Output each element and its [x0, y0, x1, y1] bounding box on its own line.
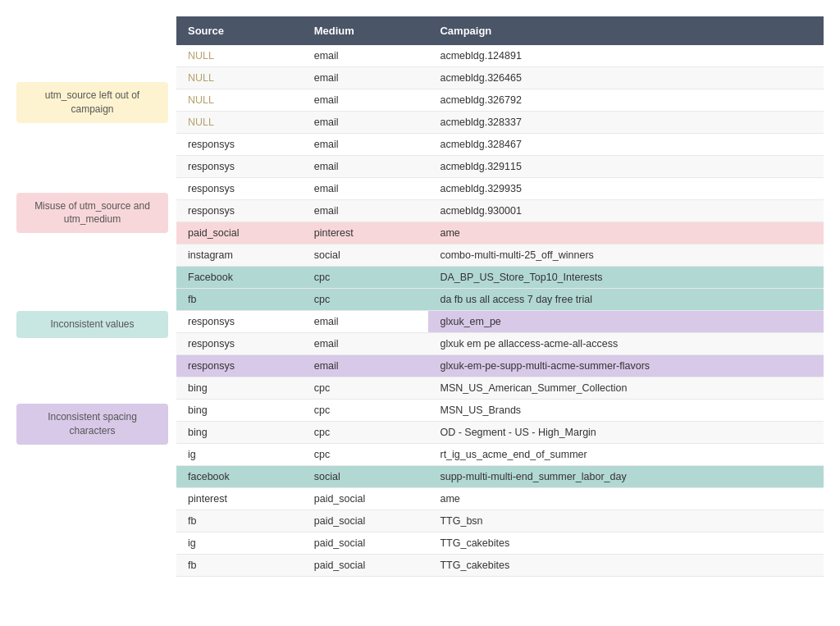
cell-source: Facebook — [176, 267, 303, 289]
cell-medium: email — [303, 311, 429, 333]
cell-medium: email — [303, 200, 429, 222]
cell-medium: social — [303, 244, 429, 267]
table-row: responsysemailglxuk em pe allaccess-acme… — [176, 333, 824, 355]
table-row: responsysemailacmebldg.328467 — [176, 134, 824, 156]
cell-source: responsys — [176, 333, 303, 355]
table-row: bingcpcMSN_US_Brands — [176, 400, 824, 422]
page-container: utm_source left out of campaign Misuse o… — [16, 16, 824, 577]
cell-campaign: acmebldg.326465 — [428, 67, 824, 89]
cell-campaign: glxuk em pe allaccess-acme-all-access — [428, 333, 824, 355]
cell-source: NULL — [176, 112, 303, 134]
table-row: NULLemailacmebldg.326465 — [176, 67, 824, 89]
cell-medium: cpc — [303, 444, 429, 466]
cell-medium: email — [303, 178, 429, 200]
cell-source: responsys — [176, 134, 303, 156]
col-header-source: Source — [176, 16, 303, 45]
cell-medium: email — [303, 89, 429, 112]
cell-medium: paid_social — [303, 488, 429, 510]
table-row: pinterestpaid_socialame — [176, 488, 824, 510]
table-row: responsysemailglxuk-em-pe-supp-multi-acm… — [176, 355, 824, 377]
cell-source: bing — [176, 400, 303, 422]
cell-campaign: DA_BP_US_Store_Top10_Interests — [428, 267, 824, 289]
cell-campaign: rt_ig_us_acme_end_of_summer — [428, 444, 824, 466]
cell-campaign: acmebldg.124891 — [428, 45, 824, 67]
table-row: paid_socialpinterestame — [176, 222, 824, 244]
cell-campaign: MSN_US_American_Summer_Collection — [428, 377, 824, 400]
cell-medium: cpc — [303, 267, 429, 289]
table-row: NULLemailacmebldg.326792 — [176, 89, 824, 112]
table-header-row: Source Medium Campaign — [176, 16, 824, 45]
cell-campaign: combo-multi-multi-25_off_winners — [428, 244, 824, 267]
cell-source: bing — [176, 377, 303, 400]
cell-source: paid_social — [176, 222, 303, 244]
cell-source: facebook — [176, 466, 303, 488]
table-row: responsysemailacmebldg.329115 — [176, 156, 824, 178]
cell-campaign: TTG_bsn — [428, 510, 824, 532]
table-row: instagramsocialcombo-multi-multi-25_off_… — [176, 244, 824, 267]
table-row: fbpaid_socialTTG_cakebites — [176, 555, 824, 577]
cell-source: responsys — [176, 156, 303, 178]
cell-campaign: glxuk-em-pe-supp-multi-acme-summer-flavo… — [428, 355, 824, 377]
cell-campaign: acmebldg.930001 — [428, 200, 824, 222]
cell-source: pinterest — [176, 488, 303, 510]
cell-source: bing — [176, 422, 303, 444]
cell-medium: email — [303, 156, 429, 178]
table-row: facebooksocialsupp-multi-multi-end_summe… — [176, 466, 824, 488]
cell-medium: email — [303, 355, 429, 377]
cell-source: fb — [176, 555, 303, 577]
cell-medium: cpc — [303, 289, 429, 311]
cell-campaign: acmebldg.328337 — [428, 112, 824, 134]
cell-source: fb — [176, 510, 303, 532]
cell-campaign: TTG_cakebites — [428, 532, 824, 555]
cell-source: responsys — [176, 200, 303, 222]
col-header-medium: Medium — [303, 16, 429, 45]
cell-source: NULL — [176, 67, 303, 89]
cell-source: NULL — [176, 45, 303, 67]
table-row: responsysemailacmebldg.930001 — [176, 200, 824, 222]
cell-campaign: MSN_US_Brands — [428, 400, 824, 422]
cell-campaign: acmebldg.329935 — [428, 178, 824, 200]
table-row: responsysemailacmebldg.329935 — [176, 178, 824, 200]
cell-medium: paid_social — [303, 532, 429, 555]
table-row: FacebookcpcDA_BP_US_Store_Top10_Interest… — [176, 267, 824, 289]
cell-medium: email — [303, 134, 429, 156]
cell-campaign: acmebldg.329115 — [428, 156, 824, 178]
cell-medium: social — [303, 466, 429, 488]
legend-panel: utm_source left out of campaign Misuse o… — [16, 16, 168, 577]
table-row: bingcpcMSN_US_American_Summer_Collection — [176, 377, 824, 400]
table-row: NULLemailacmebldg.328337 — [176, 112, 824, 134]
table-row: fbcpcda fb us all access 7 day free tria… — [176, 289, 824, 311]
table-row: NULLemailacmebldg.124891 — [176, 45, 824, 67]
table-panel: Source Medium Campaign NULLemailacmebldg… — [168, 16, 824, 577]
cell-campaign: acmebldg.326792 — [428, 89, 824, 112]
cell-medium: cpc — [303, 400, 429, 422]
cell-medium: paid_social — [303, 510, 429, 532]
cell-campaign: da fb us all access 7 day free trial — [428, 289, 824, 311]
cell-campaign: ame — [428, 488, 824, 510]
cell-source: responsys — [176, 311, 303, 333]
cell-medium: pinterest — [303, 222, 429, 244]
cell-medium: email — [303, 45, 429, 67]
cell-campaign: supp-multi-multi-end_summer_labor_day — [428, 466, 824, 488]
legend-utm-source-left-out: utm_source left out of campaign — [16, 82, 168, 123]
table-row: responsysemailglxuk_em_pe — [176, 311, 824, 333]
cell-source: ig — [176, 444, 303, 466]
cell-medium: email — [303, 112, 429, 134]
table-row: igcpcrt_ig_us_acme_end_of_summer — [176, 444, 824, 466]
cell-source: responsys — [176, 178, 303, 200]
cell-medium: paid_social — [303, 555, 429, 577]
legend-inconsistent-values: Inconsistent values — [16, 311, 168, 338]
cell-campaign: glxuk_em_pe — [428, 311, 824, 333]
legend-inconsistent-spacing: Inconsistent spacing characters — [16, 404, 168, 445]
cell-medium: email — [303, 333, 429, 355]
cell-source: fb — [176, 289, 303, 311]
cell-medium: cpc — [303, 377, 429, 400]
cell-source: instagram — [176, 244, 303, 267]
cell-medium: cpc — [303, 422, 429, 444]
cell-campaign: TTG_cakebites — [428, 555, 824, 577]
cell-source: responsys — [176, 355, 303, 377]
cell-source: NULL — [176, 89, 303, 112]
col-header-campaign: Campaign — [428, 16, 824, 45]
legend-misuse-utm: Misuse of utm_source and utm_medium — [16, 193, 168, 234]
data-table: Source Medium Campaign NULLemailacmebldg… — [176, 16, 824, 577]
